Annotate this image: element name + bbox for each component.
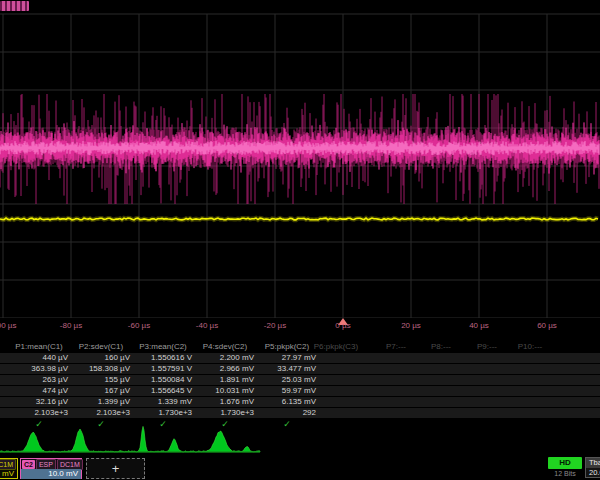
c2-scale-value: 10.0 mV — [21, 469, 81, 479]
trace-activity-badge — [0, 1, 29, 11]
measurement-table: P1:mean(C1)440 µV363.98 µV263 µV474 µV32… — [0, 340, 600, 432]
parameter-header-3[interactable]: P3:mean(C2) — [139, 342, 187, 351]
parameter-header-2[interactable]: P2:sdev(C1) — [79, 342, 123, 351]
time-axis-label: -20 µs — [264, 321, 286, 330]
time-axis-label: -40 µs — [196, 321, 218, 330]
parameter-value: 1.339 mV — [132, 397, 192, 406]
parameter-value: 167 µV — [70, 386, 130, 395]
c2-esp-badge: ESP — [36, 459, 56, 470]
parameter-value: 1.550616 V — [132, 353, 192, 362]
parameter-value: 10.031 mV — [194, 386, 254, 395]
time-axis-label: 60 µs — [537, 321, 557, 330]
hd-mode-badge[interactable]: HD — [548, 457, 582, 469]
c1-coupling-badge: DC1M — [0, 459, 16, 470]
c2-channel-label: C2 — [22, 460, 35, 469]
time-axis-label: 20 µs — [401, 321, 421, 330]
parameter-header-4[interactable]: P4:sdev(C2) — [203, 342, 247, 351]
parameter-value: 1.891 mV — [194, 375, 254, 384]
parameter-value: 2.103e+3 — [8, 408, 68, 417]
parameter-header-inactive-6[interactable]: P6:pkpk(C3) — [314, 342, 358, 351]
parameter-header-inactive-7[interactable]: P7:--- — [386, 342, 406, 351]
parameter-value: 33.477 mV — [256, 364, 316, 373]
parameter-value: 59.97 mV — [256, 386, 316, 395]
parameter-value: 32.16 µV — [8, 397, 68, 406]
parameter-value: 474 µV — [8, 386, 68, 395]
parameter-header-inactive-8[interactable]: P8:--- — [431, 342, 451, 351]
parameter-value: 292 — [256, 408, 316, 417]
parameter-value: 1.550084 V — [132, 375, 192, 384]
oscilloscope-screen: -100 µs-80 µs-60 µs-40 µs-20 µs0 µs20 µs… — [0, 0, 600, 480]
parameter-header-inactive-9[interactable]: P9:--- — [477, 342, 497, 351]
parameter-value: 440 µV — [8, 353, 68, 362]
measurement-histogram — [0, 424, 300, 458]
plus-icon: + — [112, 462, 120, 475]
c2-coupling-badge: DC1M — [57, 459, 83, 470]
timebase-title: Tbase — [586, 458, 600, 468]
parameter-value: 1.730e+3 — [132, 408, 192, 417]
add-trace-button[interactable]: + — [86, 458, 145, 479]
time-axis-label: -100 µs — [0, 321, 16, 330]
parameter-value: 1.557591 V — [132, 364, 192, 373]
parameter-value: 1.556645 V — [132, 386, 192, 395]
time-axis-label: -80 µs — [60, 321, 82, 330]
parameter-header-5[interactable]: P5:pkpk(C2) — [265, 342, 309, 351]
parameter-value: 263 µV — [8, 375, 68, 384]
parameter-value: 363.98 µV — [8, 364, 68, 373]
timebase-value: 20.0 µs/div — [586, 468, 600, 478]
parameter-value: 2.200 mV — [194, 353, 254, 362]
channel-descriptor-c2[interactable]: C2 ESP DC1M 10.0 mV — [20, 458, 82, 479]
parameter-header-inactive-10[interactable]: P10:--- — [518, 342, 542, 351]
parameter-value: 6.135 mV — [256, 397, 316, 406]
parameter-value: 2.966 mV — [194, 364, 254, 373]
parameter-value: 158.308 µV — [70, 364, 130, 373]
channel-descriptor-c1[interactable]: DC1M 10.0 mV — [0, 458, 18, 479]
waveform-traces — [0, 0, 600, 318]
time-axis-label: -60 µs — [128, 321, 150, 330]
parameter-value: 1.730e+3 — [194, 408, 254, 417]
parameter-header-1[interactable]: P1:mean(C1) — [15, 342, 63, 351]
hd-bits-label: 12 Bits — [546, 470, 584, 477]
parameter-value: 160 µV — [70, 353, 130, 362]
timebase-axis: -100 µs-80 µs-60 µs-40 µs-20 µs0 µs20 µs… — [0, 318, 600, 336]
parameter-value: 155 µV — [70, 375, 130, 384]
parameter-value: 27.97 mV — [256, 353, 316, 362]
time-axis-label: 0 µs — [335, 321, 350, 330]
waveform-grid — [0, 0, 600, 318]
parameter-value: 25.03 mV — [256, 375, 316, 384]
parameter-value: 1.676 mV — [194, 397, 254, 406]
c1-scale-value: 10.0 mV — [0, 469, 17, 479]
timebase-descriptor[interactable]: Tbase 20.0 µs/div — [585, 457, 600, 478]
parameter-value: 2.103e+3 — [70, 408, 130, 417]
time-axis-label: 40 µs — [469, 321, 489, 330]
parameter-value: 1.399 µV — [70, 397, 130, 406]
